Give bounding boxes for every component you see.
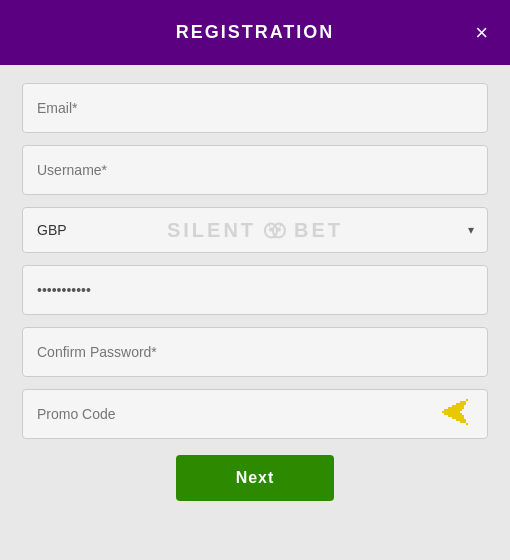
modal-header: REGISTRATION ×: [0, 0, 510, 65]
password-field[interactable]: [22, 265, 488, 315]
email-field[interactable]: [22, 83, 488, 133]
close-button[interactable]: ×: [471, 18, 492, 48]
registration-modal: REGISTRATION × GBP USD EUR SILENT: [0, 0, 510, 560]
confirm-password-field[interactable]: [22, 327, 488, 377]
promo-code-field[interactable]: [22, 389, 488, 439]
currency-select-wrapper: GBP USD EUR SILENT BET ▾: [22, 207, 488, 253]
promo-code-wrapper: ⮜: [22, 389, 488, 439]
modal-title: REGISTRATION: [176, 22, 335, 43]
modal-body: GBP USD EUR SILENT BET ▾: [0, 65, 510, 560]
next-button[interactable]: Next: [176, 455, 335, 501]
currency-select[interactable]: GBP USD EUR: [22, 207, 488, 253]
username-field[interactable]: [22, 145, 488, 195]
